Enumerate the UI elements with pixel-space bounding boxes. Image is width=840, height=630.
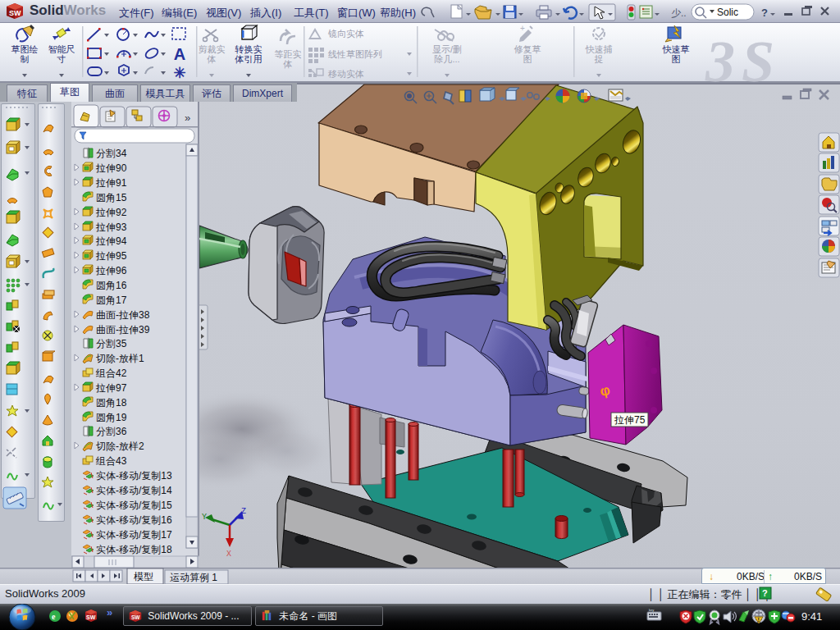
svg-text:显示/删: 显示/删 xyxy=(432,44,462,54)
svg-text:实体-移动/复制13: 实体-移动/复制13 xyxy=(96,470,172,482)
svg-text:✳: ✳ xyxy=(173,65,185,81)
svg-text:草图绘: 草图绘 xyxy=(11,44,39,54)
svg-text:实体-移动/复制17: 实体-移动/复制17 xyxy=(96,529,172,541)
svg-text:!: ! xyxy=(758,617,760,623)
svg-text:实体-移动/复制18: 实体-移动/复制18 xyxy=(96,544,172,555)
svg-text:分割36: 分割36 xyxy=(96,426,127,437)
svg-text:体: 体 xyxy=(283,59,293,69)
svg-text:拉伸97: 拉伸97 xyxy=(95,382,127,394)
svg-text:分割35: 分割35 xyxy=(96,338,127,349)
svg-text:拉伸91: 拉伸91 xyxy=(95,177,127,189)
svg-text:等距实: 等距实 xyxy=(275,49,302,59)
svg-text:A: A xyxy=(174,45,185,63)
svg-text:捉: 捉 xyxy=(595,54,604,64)
svg-text:Z: Z xyxy=(241,507,246,516)
svg-text:体引用: 体引用 xyxy=(235,54,262,64)
svg-text:寸: 寸 xyxy=(57,54,66,64)
svg-text:Solic: Solic xyxy=(717,7,738,18)
svg-text:镜向实体: 镜向实体 xyxy=(327,29,364,39)
svg-text:X: X xyxy=(226,550,231,559)
svg-text:拉伸94: 拉伸94 xyxy=(95,235,127,247)
svg-text:?: ? xyxy=(762,588,768,598)
svg-text:运动算例 1: 运动算例 1 xyxy=(170,572,217,583)
svg-text:SW: SW xyxy=(9,9,21,17)
svg-text:key: key xyxy=(649,608,654,612)
svg-text:拉伸90: 拉伸90 xyxy=(95,162,127,174)
svg-text:曲面-拉伸38: 曲面-拉伸38 xyxy=(96,309,150,321)
svg-text:拉伸93: 拉伸93 xyxy=(95,221,127,233)
svg-text:拉伸75: 拉伸75 xyxy=(614,414,646,426)
svg-text:组合43: 组合43 xyxy=(95,455,127,467)
svg-text:Y: Y xyxy=(202,513,207,522)
svg-text:除几...: 除几... xyxy=(434,54,459,64)
svg-text:e: e xyxy=(52,612,56,621)
svg-text:少..: 少.. xyxy=(671,7,687,19)
svg-text:分割34: 分割34 xyxy=(96,148,127,159)
svg-text:9:41: 9:41 xyxy=(801,610,822,623)
svg-text:圆角19: 圆角19 xyxy=(96,412,127,423)
svg-text:转换实: 转换实 xyxy=(235,44,262,54)
svg-text:快速捕: 快速捕 xyxy=(585,44,613,54)
svg-text:移动实体: 移动实体 xyxy=(328,69,364,79)
svg-text:智能尺: 智能尺 xyxy=(48,44,75,54)
svg-text:线性草图阵列: 线性草图阵列 xyxy=(328,49,382,59)
svg-text:+: + xyxy=(520,24,525,33)
svg-text:»: » xyxy=(107,606,112,619)
svg-text:圆角17: 圆角17 xyxy=(96,294,127,306)
svg-text:曲面-拉伸39: 曲面-拉伸39 xyxy=(96,324,150,336)
svg-text:拉伸92: 拉伸92 xyxy=(95,207,127,218)
svg-text:SW: SW xyxy=(131,614,140,620)
svg-text:制: 制 xyxy=(21,54,30,64)
svg-text:拉伸95: 拉伸95 xyxy=(95,250,127,262)
svg-text:圆角18: 圆角18 xyxy=(96,397,127,409)
svg-text:组合42: 组合42 xyxy=(95,368,127,379)
svg-text:»: » xyxy=(185,112,190,124)
svg-text:修复草: 修复草 xyxy=(514,44,541,54)
svg-text:实体-移动/复制14: 实体-移动/复制14 xyxy=(96,485,172,496)
svg-text:体: 体 xyxy=(207,54,217,64)
svg-text:模型: 模型 xyxy=(134,571,153,582)
svg-text:拉伸96: 拉伸96 xyxy=(95,265,127,276)
svg-text:快速草: 快速草 xyxy=(662,44,690,54)
svg-text:3S: 3S xyxy=(705,29,781,82)
svg-text:剪裁实: 剪裁实 xyxy=(199,44,226,54)
svg-text:实体-移动/复制16: 实体-移动/复制16 xyxy=(96,514,172,526)
svg-text:切除-放样1: 切除-放样1 xyxy=(95,353,144,364)
svg-text:圆角15: 圆角15 xyxy=(96,192,127,203)
svg-text:切除-放样2: 切除-放样2 xyxy=(95,441,144,452)
svg-text:圆角16: 圆角16 xyxy=(96,280,127,291)
svg-text:实体-移动/复制15: 实体-移动/复制15 xyxy=(96,500,172,511)
svg-text:?: ? xyxy=(761,7,768,19)
svg-text:图: 图 xyxy=(523,54,532,64)
svg-text:图: 图 xyxy=(672,54,681,64)
svg-text:SW: SW xyxy=(86,614,96,620)
